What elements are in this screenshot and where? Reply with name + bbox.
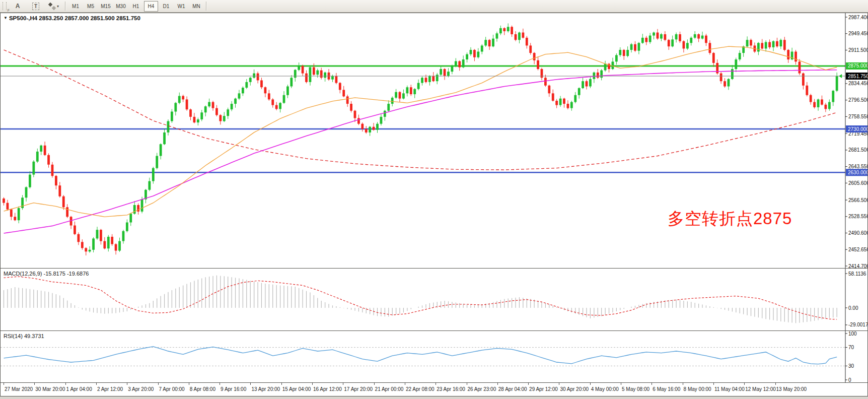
symbol-dropdown-icon: ▼ [4,16,8,20]
time-tick [713,383,714,385]
time-tick [744,383,745,385]
timeframe-m30[interactable]: M30 [114,1,128,12]
time-tick [405,383,405,385]
time-tick [34,383,35,385]
toolbar: F A T ▾ M1M5M15M30H1H4D1W1MN [0,0,868,13]
macd-label: MACD(12,26,9) -15.8175 -19.6876 [4,271,89,277]
axis-tick-label: 2528.550 [848,214,867,219]
axis-tick-label: 2452.650 [848,247,867,252]
timeframe-group: M1M5M15M30H1H4D1W1MN [68,1,204,12]
ma-fast-orange [4,46,837,217]
rsi-line [4,347,837,364]
axis-tick-label: 2643.550 [848,164,867,169]
time-tick [4,383,4,385]
time-label: 22 Apr 08:00 [406,386,435,392]
window-bottom-edge [0,396,868,399]
time-label: 6 May 16:00 [653,386,680,392]
time-label: 1 Apr 04:00 [66,386,92,392]
time-label: 28 Apr 04:00 [498,386,527,392]
time-label: 5 May 08:00 [622,386,649,392]
arrows-tool-button[interactable]: ▾ [45,1,62,12]
toolbar-separator [206,2,207,11]
time-label: 12 May 12:00 [745,386,776,392]
chart-window: 2987.4002949.4502911.5002834.4502796.500… [0,13,868,396]
axis-tick-label: 2566.500 [848,197,867,203]
time-tick [127,383,127,385]
time-tick [250,383,251,385]
price-badge-label: 2851.750 [848,74,867,79]
timeframe-m1[interactable]: M1 [68,1,83,12]
price-badge-label: 2730.000 [848,126,867,132]
time-tick [590,383,591,385]
time-label: 23 Apr 16:00 [437,386,465,392]
time-tick [436,383,436,385]
time-tick [683,383,683,385]
macd-histogram [4,276,837,323]
axis-tick-label: 2834.450 [848,81,867,86]
rsi-chart[interactable]: 10070300 [1,330,867,382]
timeframe-w1[interactable]: W1 [174,1,188,12]
time-tick [220,383,220,385]
time-label: 17 Apr 20:00 [344,386,373,392]
axis-tick-label: 2987.400 [848,15,867,20]
axis-tick-label: 2490.600 [848,230,867,236]
time-tick [343,383,343,385]
time-tick [775,383,776,385]
time-tick [96,383,97,385]
axis-tick-label: 2605.600 [848,180,867,186]
axis-tick-label: 2949.450 [848,31,867,36]
time-tick [65,383,66,385]
axis-tick-label: 2796.500 [848,97,867,103]
annotation-text[interactable]: 多空转折点2875 [668,208,792,230]
text-tool-icon: T [32,3,39,10]
time-tick [312,383,313,385]
price-pointer-icon [839,74,842,78]
time-label: 16 Apr 12:00 [313,386,342,392]
toolbar-grip[interactable]: F [3,2,7,10]
price-badge-label: 2875.000 [848,63,867,69]
time-label: 30 Apr 20:00 [560,386,589,392]
label-tool-button[interactable]: A [9,1,26,12]
price-badge-label: 2630.000 [848,170,867,175]
timeframe-h1[interactable]: H1 [129,1,143,12]
axis-tick-label: 0.00 [848,305,858,311]
time-tick [559,383,559,385]
time-label: 7 Apr 00:00 [159,386,185,392]
chart-title: ▼SP500-,H4 2853.250 2857.000 2851.500 28… [4,15,140,21]
time-label: 29 Apr 12:00 [529,386,558,392]
time-label: 26 Apr 23:00 [468,386,496,392]
time-label: 27 Mar 2020 [5,386,33,392]
axis-tick-label: 30 [848,363,854,369]
time-label: 8 May 00:00 [684,386,711,392]
axis-tick-label: 2911.500 [848,47,867,53]
axis-tick-label: 2681.500 [848,147,867,153]
timeframe-d1[interactable]: D1 [159,1,173,12]
time-tick [467,383,467,385]
timeframe-h4[interactable]: H4 [144,1,158,12]
time-label: 30 Mar 20:00 [35,386,65,392]
toolbar-separator [65,2,66,11]
time-tick [652,383,652,385]
text-tool-button[interactable]: T [27,1,44,12]
axis-tick-label: 58.1136 [848,271,866,277]
macd-signal-line [4,277,837,319]
time-tick [497,383,498,385]
label-tool-icon: A [16,3,20,10]
time-tick [621,383,621,385]
macd-chart[interactable]: 58.11360.00-29.0017 [1,268,867,330]
axis-tick-label: 2414.700 [848,263,867,269]
time-label: 3 Apr 20:00 [128,386,154,392]
timeframe-mn[interactable]: MN [189,1,203,12]
time-label: 9 Apr 16:00 [221,386,246,392]
time-tick [281,383,282,385]
time-label: 15 Apr 04:00 [282,386,311,392]
time-axis[interactable]: 27 Mar 202030 Mar 20:001 Apr 04:002 Apr … [1,382,867,396]
time-label: 21 Apr 00:00 [375,386,404,392]
axis-tick-label: 2758.550 [848,114,867,119]
time-label: 8 Apr 08:00 [190,386,215,392]
timeframe-m5[interactable]: M5 [84,1,98,12]
timeframe-m15[interactable]: M15 [99,1,113,12]
time-label: 13 May 20:00 [776,386,807,392]
time-tick [374,383,375,385]
chart-title-text: SP500-,H4 2853.250 2857.000 2851.500 285… [9,15,140,21]
